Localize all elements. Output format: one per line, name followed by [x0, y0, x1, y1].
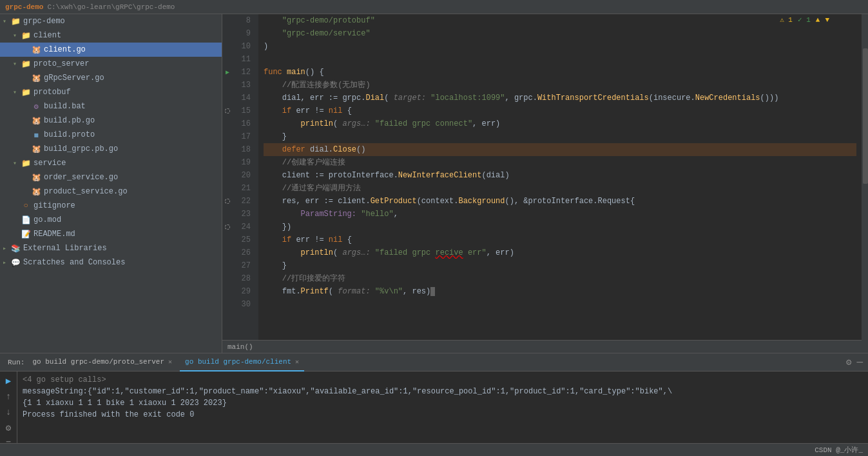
file-proto-icon: ◼	[31, 130, 41, 140]
run-tab-close-icon[interactable]: ✕	[168, 358, 172, 366]
libraries-icon: 📚	[10, 243, 21, 253]
file-go-icon: 🐹	[31, 73, 41, 83]
output-line-msg: messageString:{"id":1,"customer_id":1,"p…	[23, 386, 863, 397]
sidebar-item-readme-md[interactable]: 📝README.md	[0, 227, 222, 241]
run-up-icon[interactable]: ↑	[5, 390, 12, 403]
sidebar-item-client-go[interactable]: 🐹client.go	[0, 43, 222, 57]
console-icon: 💬	[10, 257, 21, 268]
code-line: //配置连接参数(无加密)	[264, 79, 856, 92]
sidebar-item-label: protobuf	[34, 88, 71, 97]
sidebar-item-protobuf-folder[interactable]: ▾📁protobuf	[0, 85, 222, 99]
sidebar-item-build-bat[interactable]: ⚙build.bat	[0, 99, 222, 114]
chevron-down-icon[interactable]: ▼	[825, 16, 829, 24]
arrow-icon: ▸	[3, 259, 10, 266]
run-play-icon[interactable]: ▶	[5, 374, 12, 388]
file-bat-icon: ⚙	[31, 101, 41, 112]
code-line: dial, err := grpc.Dial( target: "localho…	[264, 92, 856, 104]
sidebar-item-service-folder[interactable]: ▾📁service	[0, 156, 222, 170]
code-line: //创建客户端连接	[264, 156, 856, 169]
check-icon: ✓ 1	[798, 15, 811, 24]
run-filter-icon[interactable]: ≡	[5, 437, 12, 443]
file-git-icon: ○	[21, 201, 31, 211]
sidebar-item-client-folder[interactable]: ▾📁client	[0, 28, 222, 43]
run-tab-close-icon[interactable]: ✕	[295, 358, 299, 366]
line-numbers: 8910111213141516171819202122232425262728…	[233, 14, 258, 340]
sidebar-item-label: client.go	[44, 45, 86, 54]
output-line-exit: Process finished with the exit code 0	[23, 409, 863, 421]
code-line: func main() {	[264, 66, 856, 79]
file-go-icon: 🐹	[31, 45, 41, 55]
file-go-icon: 🐹	[31, 172, 41, 183]
code-line: //通过客户端调用方法	[264, 182, 856, 195]
code-line: println( args…: "failed grpc recive err"…	[264, 246, 856, 259]
sidebar-item-scratches[interactable]: ▸💬Scratches and Consoles	[0, 255, 222, 270]
editor-area: ▶891011121314151617181920212223242526272…	[222, 14, 862, 353]
run-toolbar: ▶ ↑ ↓ ⚙ ≡ ↓ 🖨	[0, 372, 17, 443]
sidebar-item-label: build_grpc.pb.go	[44, 144, 118, 154]
run-tab-label: go build grpc-demo/client	[185, 358, 291, 366]
sidebar-item-build-proto[interactable]: ◼build.proto	[0, 128, 222, 142]
sidebar-item-order-service-go[interactable]: 🐹order_service.go	[0, 170, 222, 184]
sidebar-item-gitignore[interactable]: ○gitignore	[0, 199, 222, 213]
project-path: C:\xwh\go-learn\gRPC\grpc-demo	[47, 3, 175, 11]
sidebar-item-label: README.md	[34, 230, 75, 239]
code-line	[264, 298, 856, 311]
run-minimize-icon[interactable]: —	[856, 357, 863, 368]
sidebar-item-proto-server-folder[interactable]: ▾📁proto_server	[0, 57, 222, 71]
run-down-icon[interactable]: ↓	[5, 406, 12, 419]
code-line: if err != nil {	[264, 233, 856, 246]
file-go-icon: 🐹	[31, 144, 41, 154]
sidebar-item-build-pb-go[interactable]: 🐹build.pb.go	[0, 114, 222, 128]
sidebar-item-label: client	[34, 31, 61, 40]
project-name: grpc-demo	[5, 3, 43, 11]
run-tab-tab-client[interactable]: go build grpc-demo/client✕	[180, 353, 304, 372]
sidebar-item-grpc-demo-root[interactable]: ▾📁grpc-demo	[0, 14, 222, 28]
chevron-up-icon[interactable]: ▲	[816, 16, 820, 24]
code-line: })	[264, 221, 856, 233]
sidebar-item-label: gitignore	[34, 201, 75, 210]
code-line: client := protoInterface.NewInterfaceCli…	[264, 169, 856, 182]
run-tab-tab-proto[interactable]: go build grpc-demo/proto_server✕	[27, 353, 177, 372]
code-line: }	[264, 130, 856, 143]
breakpoint-icon	[222, 195, 233, 208]
breakpoint-icon	[222, 221, 233, 233]
run-line-icon: ▶	[222, 66, 233, 79]
editor-gutter: ▶	[222, 14, 233, 340]
right-scrollbar[interactable]	[862, 14, 868, 353]
code-line: ParamString: "hello",	[264, 208, 856, 221]
code-line	[264, 53, 856, 66]
sidebar-item-label: go.mod	[34, 215, 61, 224]
run-settings-small-icon[interactable]: ⚙	[5, 421, 12, 435]
sidebar-item-label: Scratches and Consoles	[23, 258, 125, 267]
output-line-setup: <4 go setup calls>	[23, 374, 863, 386]
sidebar-item-label: proto_server	[34, 59, 89, 68]
sidebar-item-label: build.bat	[44, 102, 86, 111]
file-go-icon: 🐹	[31, 186, 41, 197]
top-bar: grpc-demo C:\xwh\go-learn\gRPC\grpc-demo	[0, 0, 868, 14]
code-line: if err != nil {	[264, 104, 856, 117]
arrow-icon: ▾	[13, 60, 21, 68]
run-bottom-bar: CSDN @_小许_	[0, 443, 868, 456]
code-line: "grpc-demo/service"	[264, 27, 856, 40]
sidebar-item-label: product_service.go	[44, 187, 128, 196]
code-line: defer dial.Close()	[264, 143, 856, 156]
code-line: }	[264, 259, 856, 272]
sidebar-item-label: service	[34, 159, 66, 168]
sidebar-item-go-mod[interactable]: 📄go.mod	[0, 213, 222, 227]
arrow-icon: ▸	[3, 244, 10, 252]
sidebar-item-grpc-server-go[interactable]: 🐹gRpcServer.go	[0, 71, 222, 85]
arrow-icon: ▾	[13, 159, 21, 167]
code-line: //打印接爱的字符	[264, 272, 856, 285]
folder-icon: 📁	[21, 158, 31, 168]
sidebar-item-label: External Libraries	[23, 244, 107, 253]
sidebar-item-product-service-go[interactable]: 🐹product_service.go	[0, 184, 222, 199]
run-settings-icon[interactable]: ⚙	[846, 357, 851, 368]
arrow-icon: ▾	[13, 88, 21, 96]
sidebar-item-label: order_service.go	[44, 173, 118, 182]
run-output: <4 go setup calls>messageString:{"id":1,…	[17, 372, 868, 443]
code-line: )	[264, 40, 856, 53]
code-line: res, err := client.GetProduct(context.Ba…	[264, 195, 856, 208]
sidebar-item-build-grpc-pb-go[interactable]: 🐹build_grpc.pb.go	[0, 142, 222, 156]
sidebar-item-external-libraries[interactable]: ▸📚External Libraries	[0, 241, 222, 255]
attribution: CSDN @_小许_	[815, 445, 863, 455]
